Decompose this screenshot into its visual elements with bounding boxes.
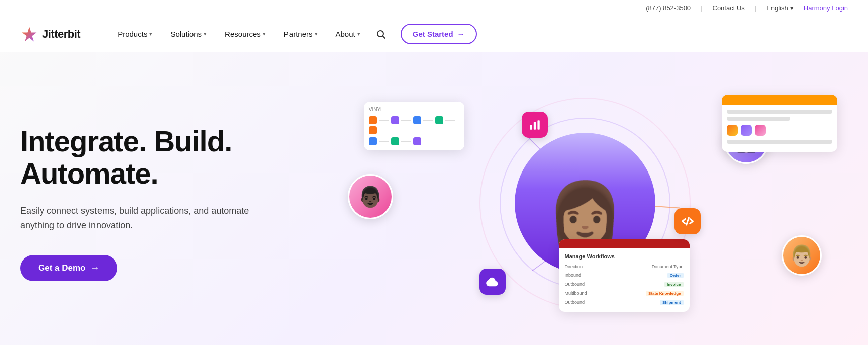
code-icon-badge bbox=[674, 208, 701, 234]
flow-line-3 bbox=[423, 120, 433, 121]
card-icon-purple bbox=[741, 125, 752, 136]
language-selector[interactable]: English ▾ bbox=[766, 4, 794, 12]
workflow-row-4: Outbound Shipment bbox=[565, 298, 684, 307]
code-icon bbox=[681, 214, 695, 228]
hero-subtitle: Easily connect systems, build applicatio… bbox=[20, 204, 261, 233]
card-row-short bbox=[727, 117, 790, 121]
flow-node-8 bbox=[413, 137, 421, 145]
workflow-title: Manage Workflows bbox=[565, 253, 684, 260]
card-header-orange bbox=[722, 95, 837, 105]
flow-line-1 bbox=[379, 120, 389, 121]
flow-node-6 bbox=[369, 137, 377, 145]
nav-links: Products ▾ Solutions ▾ Resources ▾ Partn… bbox=[111, 24, 848, 44]
top-bar: (877) 852-3500 | Contact Us | English ▾ … bbox=[0, 0, 868, 16]
workflow-card-body: Manage Workflows Direction Document Type… bbox=[559, 248, 690, 312]
chart-icon-badge bbox=[522, 112, 548, 138]
card-icon-orange bbox=[727, 125, 738, 136]
hero-content: Integrate. Build. Automate. Easily conne… bbox=[20, 125, 322, 281]
card-body bbox=[722, 105, 837, 152]
get-started-label: Get Started bbox=[413, 30, 453, 38]
svg-rect-1 bbox=[530, 125, 532, 130]
jitterbit-logo-icon bbox=[20, 25, 38, 43]
nav-resources-label: Resources bbox=[225, 30, 261, 38]
chevron-down-icon: ▾ bbox=[357, 31, 360, 37]
workflow-card: Manage Workflows Direction Document Type… bbox=[559, 239, 690, 312]
svg-rect-3 bbox=[537, 120, 539, 129]
row1-badge: Order bbox=[667, 273, 684, 278]
card-icons-row bbox=[727, 125, 832, 136]
flow-nodes bbox=[369, 116, 459, 134]
cloud-icon bbox=[486, 275, 500, 289]
language-label: English bbox=[766, 4, 788, 12]
arrow-right-icon: → bbox=[457, 30, 465, 38]
row1-dir: Inbound bbox=[565, 273, 582, 278]
card-row-2 bbox=[727, 140, 832, 144]
row4-dir: Outbound bbox=[565, 300, 585, 305]
nav-products-label: Products bbox=[118, 30, 147, 38]
flow-line-2 bbox=[401, 120, 411, 121]
main-navigation: Jitterbit Products ▾ Solutions ▾ Resourc… bbox=[0, 16, 868, 52]
flow-line-4 bbox=[445, 120, 455, 121]
ui-card-top-right bbox=[722, 95, 837, 152]
nav-partners-label: Partners bbox=[284, 30, 313, 38]
bar-chart-icon bbox=[528, 118, 541, 131]
divider-1: | bbox=[701, 4, 702, 12]
workflow-card-header bbox=[559, 239, 690, 248]
col-doctype: Document Type bbox=[652, 264, 684, 269]
arrow-right-icon: → bbox=[90, 263, 99, 273]
row3-dir: Multibound bbox=[565, 291, 587, 296]
nav-item-partners[interactable]: Partners ▾ bbox=[277, 26, 325, 42]
flow-line-5 bbox=[379, 141, 389, 142]
hero-section: Integrate. Build. Automate. Easily conne… bbox=[0, 52, 868, 345]
row2-dir: Outbound bbox=[565, 282, 585, 287]
search-icon bbox=[376, 29, 386, 39]
avatar-person-3: 👨🏿 bbox=[348, 174, 393, 219]
flow-node-2 bbox=[391, 116, 399, 124]
nav-about-label: About bbox=[336, 30, 355, 38]
flow-node-4 bbox=[435, 116, 443, 124]
card-row bbox=[727, 110, 832, 114]
get-demo-button[interactable]: Get a Demo → bbox=[20, 255, 117, 281]
workflow-row-3: Multibound State Knowledge bbox=[565, 289, 684, 298]
chevron-down-icon: ▾ bbox=[790, 4, 794, 12]
row2-badge: Invoice bbox=[664, 282, 684, 287]
cloud-icon-badge bbox=[479, 269, 506, 295]
search-button[interactable] bbox=[375, 29, 387, 40]
logo[interactable]: Jitterbit bbox=[20, 25, 80, 43]
svg-line-4 bbox=[687, 218, 689, 225]
flow-node-3 bbox=[413, 116, 421, 124]
chevron-down-icon: ▾ bbox=[263, 31, 266, 37]
logo-text: Jitterbit bbox=[42, 28, 80, 41]
avatar-person-2: 👨🏼 bbox=[782, 235, 822, 276]
nav-item-products[interactable]: Products ▾ bbox=[111, 26, 159, 42]
flow-line-6 bbox=[401, 141, 411, 142]
row3-badge: State Knowledge bbox=[646, 291, 683, 296]
get-started-button[interactable]: Get Started → bbox=[401, 24, 477, 44]
svg-point-0 bbox=[377, 31, 383, 37]
phone-number: (877) 852-3500 bbox=[646, 4, 691, 12]
chevron-down-icon: ▾ bbox=[204, 31, 207, 37]
svg-rect-2 bbox=[534, 122, 536, 129]
harmony-login-link[interactable]: Harmony Login bbox=[804, 4, 848, 12]
divider-2: | bbox=[755, 4, 756, 12]
flow-node-5 bbox=[369, 126, 377, 134]
hero-title: Integrate. Build. Automate. bbox=[20, 125, 322, 190]
flow-card-title: VINYL bbox=[369, 107, 459, 112]
flow-node-7 bbox=[391, 137, 399, 145]
nav-item-resources[interactable]: Resources ▾ bbox=[218, 26, 273, 42]
nav-item-about[interactable]: About ▾ bbox=[329, 26, 367, 42]
workflow-row-1: Inbound Order bbox=[565, 271, 684, 280]
col-direction: Direction bbox=[565, 264, 583, 269]
card-icon-pink bbox=[755, 125, 766, 136]
nav-item-solutions[interactable]: Solutions ▾ bbox=[163, 26, 214, 42]
row4-badge: Shipment bbox=[660, 300, 683, 305]
flow-node-1 bbox=[369, 116, 377, 124]
workflow-header-row: Direction Document Type bbox=[565, 263, 684, 271]
hero-visual: 👩🏽 👩🏻 👨🏼 👨🏿 bbox=[322, 82, 848, 324]
chevron-down-icon: ▾ bbox=[149, 31, 152, 37]
contact-us-link[interactable]: Contact Us bbox=[713, 4, 745, 12]
get-demo-label: Get a Demo bbox=[38, 263, 85, 273]
workflow-row-2: Outbound Invoice bbox=[565, 280, 684, 289]
flow-diagram-card: VINYL bbox=[364, 102, 464, 150]
flow-nodes-2 bbox=[369, 137, 459, 145]
